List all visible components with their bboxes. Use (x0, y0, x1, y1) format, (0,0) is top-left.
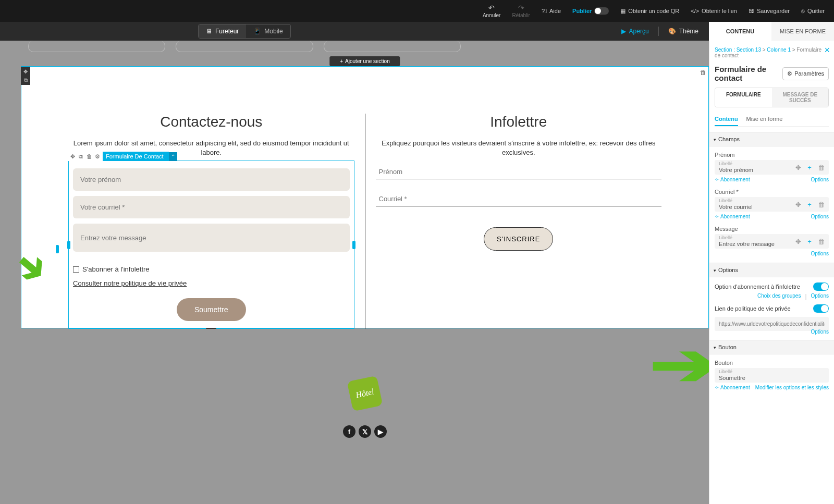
save-button[interactable]: 🖫 Sauvegarder (743, 8, 795, 14)
device-mobile-label: Mobile (264, 28, 283, 35)
save-label: Sauvegarder (757, 8, 790, 14)
getlink-label: Obtenir le lien (702, 8, 737, 14)
subtab-content[interactable]: CONTENU (709, 22, 771, 41)
code-icon: </> (691, 8, 699, 14)
subtab-layout[interactable]: MISE EN FORME (771, 22, 834, 41)
qr-icon: ▦ (620, 8, 626, 15)
theme-label: Thème (679, 28, 698, 35)
help-label: Aide (549, 8, 561, 14)
qr-button[interactable]: ▦ Obtenir un code QR (615, 8, 684, 15)
quit-label: Quitter (807, 8, 825, 14)
device-browser-button[interactable]: 🖥 Fureteur (199, 24, 246, 38)
save-icon: 🖫 (749, 8, 754, 14)
device-browser-label: Fureteur (215, 28, 239, 35)
divider (658, 27, 659, 36)
qr-label: Obtenir un code QR (628, 8, 679, 14)
publish-label: Publier (572, 8, 592, 14)
redo-label: Rétablir (512, 13, 530, 18)
theme-button[interactable]: 🎨 Thème (668, 28, 698, 35)
preview-button[interactable]: ▶ Aperçu (621, 28, 649, 35)
help-icon: ?⃝ (542, 8, 547, 14)
quit-button[interactable]: ⎋ Quitter (796, 8, 830, 14)
palette-icon: 🎨 (668, 28, 676, 35)
undo-icon: ↶ (488, 4, 495, 11)
redo-icon: ↷ (518, 4, 525, 11)
undo-button[interactable]: ↶ Annuler (477, 2, 506, 20)
play-icon: ▶ (621, 28, 626, 35)
device-mobile-button[interactable]: 📱 Mobile (246, 24, 290, 38)
redo-button[interactable]: ↷ Rétablir (507, 2, 535, 20)
preview-label: Aperçu (629, 28, 649, 35)
desktop-icon: 🖥 (206, 28, 212, 35)
undo-label: Annuler (483, 13, 500, 18)
getlink-button[interactable]: </> Obtenir le lien (685, 8, 742, 14)
publish-toggle[interactable] (594, 7, 609, 15)
help-button[interactable]: ?⃝ Aide (536, 8, 566, 14)
mobile-icon: 📱 (253, 28, 261, 35)
exit-icon: ⎋ (801, 8, 805, 14)
publish-button[interactable]: Publier (567, 7, 614, 15)
